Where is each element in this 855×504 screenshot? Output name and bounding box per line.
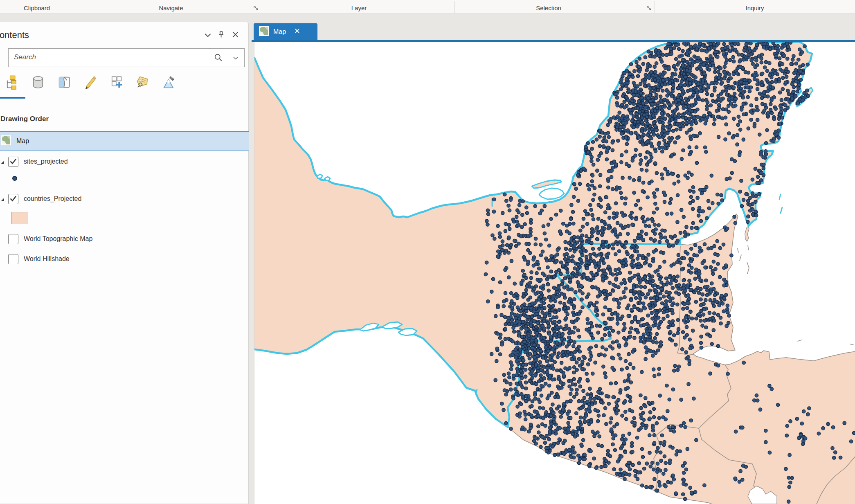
map-view-tab[interactable]: Map bbox=[254, 23, 317, 40]
ribbon-group-selection[interactable]: Selection bbox=[454, 3, 643, 13]
close-icon bbox=[231, 34, 240, 40]
map-canvas[interactable] bbox=[254, 42, 855, 504]
ribbon-divider bbox=[655, 1, 655, 13]
layer-row-map[interactable]: Map bbox=[0, 131, 249, 151]
ribbon: Clipboard Navigate Layer Selection Inqui… bbox=[0, 0, 855, 14]
search-placeholder: Search bbox=[14, 53, 36, 61]
navigate-dialog-launcher[interactable] bbox=[253, 5, 259, 11]
ribbon-group-clipboard[interactable]: Clipboard bbox=[0, 3, 74, 13]
polygon-symbol-swatch[interactable] bbox=[11, 212, 28, 224]
drawing-order-heading: Drawing Order bbox=[0, 115, 49, 123]
layer-row-world-hillshade[interactable]: World Hillshade bbox=[0, 254, 249, 264]
search-dropdown-chevron-icon bbox=[233, 55, 239, 62]
tool-list-by-labeling[interactable] bbox=[130, 70, 156, 96]
ribbon-group-navigate[interactable]: Navigate bbox=[91, 3, 251, 13]
list-by-labeling-icon bbox=[135, 75, 150, 91]
map-svg bbox=[254, 42, 855, 504]
expander-icon[interactable] bbox=[0, 196, 4, 201]
ribbon-divider bbox=[91, 1, 91, 13]
point-symbol-swatch[interactable] bbox=[11, 175, 18, 183]
view-tab-strip: Map bbox=[252, 19, 855, 40]
search-dropdown[interactable] bbox=[233, 55, 239, 63]
pane-collapse-button[interactable] bbox=[203, 30, 212, 39]
world-topographic-checkbox[interactable] bbox=[8, 234, 18, 244]
countries-symbol-row[interactable] bbox=[0, 212, 249, 224]
countries-projected-checkbox[interactable] bbox=[8, 194, 18, 204]
list-by-perspective-icon bbox=[162, 75, 176, 91]
contents-pane: Contents Search Drawing Order Map sites_… bbox=[0, 22, 249, 504]
expander-icon[interactable] bbox=[0, 159, 4, 164]
search-icon bbox=[214, 56, 223, 63]
map-tab-label: Map bbox=[273, 28, 286, 36]
tool-list-by-editing[interactable] bbox=[77, 70, 104, 96]
ribbon-group-inquiry[interactable]: Inquiry bbox=[655, 3, 855, 13]
sites-symbol-row[interactable] bbox=[0, 174, 249, 184]
list-by-snapping-icon bbox=[109, 75, 124, 91]
ribbon-divider bbox=[454, 1, 454, 13]
search-input[interactable]: Search bbox=[8, 48, 245, 67]
layer-row-sites-projected[interactable]: sites_projected bbox=[0, 156, 249, 167]
world-hillshade-checkbox[interactable] bbox=[8, 254, 18, 264]
tool-list-by-drawing-order[interactable] bbox=[0, 70, 25, 96]
contents-toolbar bbox=[0, 70, 182, 97]
chevron-down-icon bbox=[203, 34, 212, 40]
sites-projected-checkbox[interactable] bbox=[8, 157, 18, 167]
tool-list-by-visibility[interactable] bbox=[51, 70, 77, 96]
layer-row-countries-projected[interactable]: countries_Projected bbox=[0, 194, 249, 204]
tool-list-by-snapping[interactable] bbox=[104, 70, 130, 96]
list-by-drawing-order-icon bbox=[4, 75, 19, 91]
pin-icon bbox=[216, 34, 225, 40]
ribbon-group-layer[interactable]: Layer bbox=[264, 3, 454, 13]
expander-expanded-icon bbox=[0, 196, 5, 203]
list-by-visibility-icon bbox=[57, 75, 72, 91]
map-tab-icon bbox=[259, 30, 269, 37]
expander-expanded-icon bbox=[0, 159, 5, 166]
tool-list-by-data-source[interactable] bbox=[25, 70, 51, 96]
selection-dialog-launcher[interactable] bbox=[646, 5, 652, 11]
ribbon-divider bbox=[264, 1, 264, 13]
list-by-data-source-icon bbox=[31, 75, 45, 91]
pane-close-button[interactable] bbox=[231, 30, 240, 39]
tab-close-icon bbox=[294, 28, 300, 35]
toolbar-separator bbox=[0, 98, 183, 98]
map-thumbnail-icon bbox=[1, 140, 11, 146]
map-tab-close-button[interactable] bbox=[294, 28, 300, 36]
layer-row-world-topographic-map[interactable]: World Topographic Map bbox=[0, 234, 249, 244]
pane-pin-button[interactable] bbox=[216, 30, 225, 39]
list-by-editing-icon bbox=[83, 75, 98, 91]
tool-list-by-perspective[interactable] bbox=[156, 70, 182, 96]
pane-title: Contents bbox=[0, 30, 29, 40]
